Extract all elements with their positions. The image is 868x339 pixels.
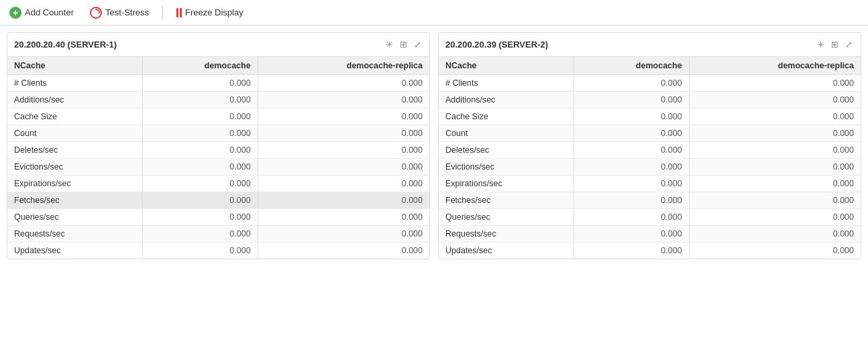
row-label: Count: [439, 125, 574, 142]
add-counter-button[interactable]: + Add Counter: [7, 5, 76, 20]
fullscreen-icon-server1[interactable]: ⤢: [413, 38, 423, 51]
table-row: Queries/sec0.0000.000: [439, 209, 861, 226]
row-col1-value: 0.000: [142, 226, 258, 243]
table-header-row-server1: NCache democache democache-replica: [7, 57, 429, 75]
row-label: Deletes/sec: [439, 142, 574, 159]
row-col1-value: 0.000: [574, 109, 689, 125]
row-col2-value: 0.000: [689, 142, 861, 159]
row-col1-value: 0.000: [142, 92, 258, 109]
row-label: Additions/sec: [7, 92, 142, 109]
test-stress-button[interactable]: Test-Stress: [87, 5, 152, 20]
row-col2-value: 0.000: [258, 75, 429, 92]
table-row: Fetches/sec0.0000.000: [7, 192, 429, 209]
add-counter-label: Add Counter: [25, 7, 74, 17]
row-label: Cache Size: [7, 109, 142, 125]
row-col1-value: 0.000: [574, 75, 689, 92]
row-label: # Clients: [439, 75, 574, 92]
table-row: Updates/sec0.0000.000: [7, 243, 429, 259]
panel-server1: 20.200.20.40 (SERVER-1) ✳ ⊞ ⤢ NCache dem…: [7, 32, 430, 259]
table-row: Additions/sec0.0000.000: [439, 92, 861, 109]
row-col2-value: 0.000: [689, 125, 861, 142]
row-col2-value: 0.000: [258, 109, 429, 125]
table-server1: NCache democache democache-replica # Cli…: [7, 57, 429, 259]
main-content: 20.200.20.40 (SERVER-1) ✳ ⊞ ⤢ NCache dem…: [0, 25, 868, 266]
panel-actions-server2: ✳ ⊞ ⤢: [816, 38, 854, 51]
row-col1-value: 0.000: [574, 243, 689, 259]
col-header-democache-replica-s2: democache-replica: [689, 57, 861, 75]
row-label: Additions/sec: [439, 92, 574, 109]
row-label: # Clients: [7, 75, 142, 92]
table-row: # Clients0.0000.000: [439, 75, 861, 92]
row-label: Cache Size: [439, 109, 574, 125]
row-col2-value: 0.000: [258, 226, 429, 243]
test-stress-label: Test-Stress: [105, 7, 149, 17]
freeze-icon: [176, 8, 182, 17]
row-col2-value: 0.000: [689, 75, 861, 92]
table-row: Expirations/sec0.0000.000: [7, 176, 429, 192]
toolbar-divider: [162, 5, 163, 20]
row-col1-value: 0.000: [142, 159, 258, 176]
row-label: Expirations/sec: [7, 176, 142, 192]
panel-title-server1: 20.200.20.40 (SERVER-1): [14, 40, 117, 50]
row-col1-value: 0.000: [142, 176, 258, 192]
row-label: Requests/sec: [439, 226, 574, 243]
row-col1-value: 0.000: [574, 142, 689, 159]
row-col1-value: 0.000: [142, 209, 258, 226]
stress-icon: [90, 7, 102, 19]
col-header-democache-s1: democache: [142, 57, 258, 75]
row-col1-value: 0.000: [574, 192, 689, 209]
col-header-ncache-s1: NCache: [7, 57, 142, 75]
row-label: Expirations/sec: [439, 176, 574, 192]
freeze-display-button[interactable]: Freeze Display: [174, 6, 246, 19]
row-label: Queries/sec: [7, 209, 142, 226]
row-label: Fetches/sec: [439, 192, 574, 209]
row-label: Requests/sec: [7, 226, 142, 243]
row-col2-value: 0.000: [689, 192, 861, 209]
freeze-display-label: Freeze Display: [185, 7, 243, 17]
row-col2-value: 0.000: [258, 209, 429, 226]
table-row: # Clients0.0000.000: [7, 75, 429, 92]
expand-icon-server2[interactable]: ⊞: [830, 38, 840, 51]
row-label: Updates/sec: [7, 243, 142, 259]
row-col2-value: 0.000: [689, 159, 861, 176]
row-col1-value: 0.000: [142, 75, 258, 92]
fullscreen-icon-server2[interactable]: ⤢: [844, 38, 854, 51]
expand-icon-server1[interactable]: ⊞: [398, 38, 409, 51]
asterisk-icon-server2[interactable]: ✳: [816, 38, 826, 51]
row-col2-value: 0.000: [258, 92, 429, 109]
row-label: Queries/sec: [439, 209, 574, 226]
table-header-row-server2: NCache democache democache-replica: [439, 57, 861, 75]
row-col1-value: 0.000: [574, 209, 689, 226]
row-col2-value: 0.000: [258, 176, 429, 192]
panel-server2: 20.200.20.39 (SERVER-2) ✳ ⊞ ⤢ NCache dem…: [438, 32, 861, 259]
row-col2-value: 0.000: [258, 159, 429, 176]
row-label: Deletes/sec: [7, 142, 142, 159]
table-row: Fetches/sec0.0000.000: [439, 192, 861, 209]
table-row: Updates/sec0.0000.000: [439, 243, 861, 259]
row-col1-value: 0.000: [142, 142, 258, 159]
row-col1-value: 0.000: [574, 92, 689, 109]
asterisk-icon-server1[interactable]: ✳: [384, 38, 394, 51]
table-row: Evictions/sec0.0000.000: [7, 159, 429, 176]
table-row: Count0.0000.000: [7, 125, 429, 142]
table-row: Queries/sec0.0000.000: [7, 209, 429, 226]
row-col1-value: 0.000: [142, 109, 258, 125]
toolbar: + Add Counter Test-Stress Freeze Display: [0, 0, 868, 25]
row-col1-value: 0.000: [574, 176, 689, 192]
table-row: Deletes/sec0.0000.000: [439, 142, 861, 159]
panel-title-server2: 20.200.20.39 (SERVER-2): [445, 40, 548, 50]
row-col1-value: 0.000: [142, 125, 258, 142]
table-row: Additions/sec0.0000.000: [7, 92, 429, 109]
row-col1-value: 0.000: [142, 192, 258, 209]
row-col1-value: 0.000: [574, 159, 689, 176]
row-col2-value: 0.000: [258, 243, 429, 259]
table-row: Cache Size0.0000.000: [7, 109, 429, 125]
row-col2-value: 0.000: [689, 109, 861, 125]
table-row: Evictions/sec0.0000.000: [439, 159, 861, 176]
table-row: Deletes/sec0.0000.000: [7, 142, 429, 159]
row-col1-value: 0.000: [574, 125, 689, 142]
table-row: Count0.0000.000: [439, 125, 861, 142]
col-header-ncache-s2: NCache: [439, 57, 574, 75]
row-col2-value: 0.000: [258, 192, 429, 209]
row-label: Evictions/sec: [439, 159, 574, 176]
